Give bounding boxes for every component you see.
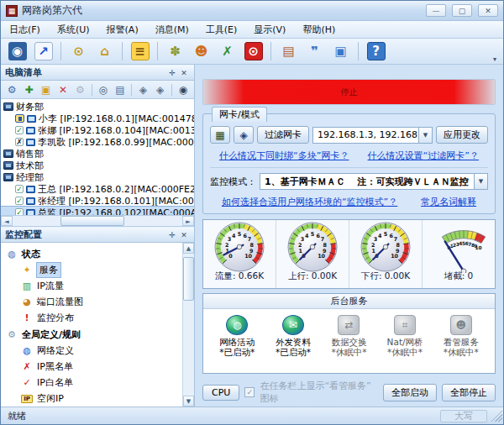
toolbar-button[interactable]: ⌂ — [93, 40, 116, 62]
filter-nic-help-link[interactable]: 什么情况设置“过滤网卡”？ — [368, 150, 479, 162]
monitor-item-row[interactable]: ✦服务 — [1, 262, 182, 278]
checkbox-checked-icon[interactable]: ✓ — [15, 185, 24, 193]
paused-state-icon[interactable] — [15, 114, 24, 123]
scroll-right-icon[interactable]: ► — [182, 216, 194, 226]
tree-group-row[interactable]: 技术部 — [1, 160, 194, 171]
toolbar-button[interactable]: ▤ — [277, 40, 300, 62]
choose-mode-help-link[interactable]: 如何选择合适用户网络环境的“监控模式”？ — [222, 196, 397, 208]
nic-combobox[interactable]: 192.168.1.3, 192.168.0.105 ▼ — [312, 127, 433, 144]
pin-icon[interactable]: ✛ — [166, 69, 178, 77]
computer-row[interactable]: ✓王总 [IP:192.168.0.2][MAC:000FE202036A] — [1, 183, 194, 195]
horizontal-scrollbar[interactable]: ◄ ► — [1, 216, 194, 227]
pin-icon[interactable]: ✛ — [166, 231, 178, 239]
gauge-cell-0: 012345678910流量: 0.66K — [203, 220, 276, 288]
toolbar-button[interactable]: ☻ — [190, 40, 213, 62]
add-computer-icon[interactable]: ✚ — [21, 82, 36, 97]
info-icon[interactable]: ◉ — [176, 82, 191, 97]
find-icon[interactable]: ◎ — [96, 82, 111, 97]
services-header: 后台服务 — [203, 294, 495, 309]
computer-label: 王总 [IP:192.168.0.2][MAC:000FE202036A] — [38, 183, 194, 195]
toolbar-button[interactable]: ≡ — [129, 40, 151, 62]
settings-icon[interactable]: ⚙ — [72, 82, 87, 97]
menu-item-5[interactable]: 显示(V) — [254, 24, 286, 36]
monitor-item-row[interactable]: ✓IP白名单 — [1, 375, 182, 391]
chevron-down-icon[interactable]: ▼ — [418, 128, 432, 143]
toolbar-button[interactable]: ✗ — [216, 40, 239, 62]
glossary-link[interactable]: 常见名词解释 — [421, 196, 476, 208]
toolbar-button[interactable]: ⊙ — [67, 40, 90, 62]
multi-nic-help-link[interactable]: 什么情况下同时绑“多块”网卡？ — [219, 150, 349, 162]
monitor-item-row[interactable]: ▥IP流量 — [1, 278, 182, 294]
start-all-button[interactable]: 全部启动 — [383, 384, 437, 401]
menu-item-6[interactable]: 帮助(H) — [302, 24, 335, 36]
minimize-button[interactable]: — — [426, 4, 446, 17]
tree-group-row[interactable]: 经理部 — [1, 171, 194, 183]
toolbar-button[interactable]: ◉ — [6, 40, 29, 62]
toolbar-overflow-icon[interactable]: ▾ — [493, 55, 498, 64]
computer-row[interactable]: ✗李凯歌 [IP:192.168.0.99][MAC:0003EA840000 — [1, 136, 194, 148]
lock-closed-icon[interactable]: ◈ — [152, 82, 167, 97]
checkbox-checked-icon[interactable]: ✓ — [15, 197, 24, 205]
cpu-button[interactable]: CPU — [202, 385, 239, 401]
resize-grip[interactable] — [491, 410, 502, 422]
monitor-item-row[interactable]: ◍网络定义 — [1, 343, 182, 359]
taskbar-icon-checkbox[interactable]: ✓ — [244, 387, 255, 397]
chevron-down-icon[interactable]: ▼ — [474, 174, 487, 189]
lock-button[interactable]: ◈ — [234, 126, 254, 144]
close-button[interactable]: ✕ — [478, 4, 498, 17]
tree-group-row[interactable]: 财务部 — [1, 101, 194, 113]
toolbar-button[interactable]: ? — [365, 40, 387, 62]
stop-all-button[interactable]: 全部停止 — [442, 384, 496, 401]
checkbox-checked-icon[interactable]: ✓ — [15, 126, 24, 134]
delete-icon[interactable]: ✕ — [55, 82, 71, 97]
tree-group-row[interactable]: 销售部 — [1, 148, 194, 160]
toolbar-button[interactable]: ↗ — [32, 40, 55, 62]
monitor-item-row[interactable]: ◕端口流量图 — [1, 294, 182, 310]
apply-changes-button[interactable]: 应用更改 — [436, 126, 488, 144]
computer-row[interactable]: ✓张经理 [IP:192.168.0.101][MAC:00086A6172D — [1, 195, 194, 207]
toolbar-button[interactable]: ✽ — [164, 40, 186, 62]
service-item[interactable]: ✉外发资料*已启动* — [271, 315, 316, 367]
menu-item-0[interactable]: 日志(F) — [9, 24, 40, 36]
key-config-icon[interactable]: ⚙ — [4, 82, 19, 97]
scroll-up-icon[interactable]: ▲ — [183, 243, 194, 254]
menu-item-2[interactable]: 报警(A) — [107, 24, 139, 36]
close-panel-icon[interactable]: ✕ — [178, 69, 190, 77]
service-item[interactable]: ⌗Nat/网桥*休眠中* — [383, 315, 428, 367]
vscroll-thumb[interactable] — [183, 257, 194, 301]
menu-item-1[interactable]: 系统(U) — [57, 24, 90, 36]
checkbox-checked-icon[interactable]: ✓ — [15, 208, 24, 216]
gauge-label: 堵截: 0 — [444, 270, 474, 282]
computer-row[interactable]: 小李 [IP:192.168.0.1][MAC:00147893AAFE] — [1, 113, 194, 124]
nic-icon-button[interactable]: ▦ — [210, 126, 230, 144]
lock-open-icon[interactable]: ◈ — [135, 82, 150, 97]
checkbox-crossed-icon[interactable]: ✗ — [15, 138, 24, 146]
computer-icon — [26, 209, 35, 217]
service-item[interactable]: ◍网络活动*已启动* — [215, 315, 260, 367]
vertical-scrollbar[interactable]: ▲ ▼ — [182, 243, 194, 407]
hscroll-thumb[interactable] — [60, 216, 125, 226]
menu-item-3[interactable]: 消息(M) — [155, 24, 189, 36]
computer-row[interactable]: ✓总监 [IP:192.168.0.102][MAC:000AE6EDA629] — [1, 207, 194, 216]
scroll-left-icon[interactable]: ◄ — [1, 216, 13, 226]
toolbar-button[interactable]: ⊙ — [242, 40, 265, 62]
toolbar-button[interactable]: ▣ — [329, 40, 352, 62]
toolbar-button[interactable]: ❞ — [303, 40, 326, 62]
monitor-mode-combobox[interactable]: 1、基于网卡ＭＡＣ 注：可实现跨ＶＬＡＮ监控 ▼ — [260, 173, 488, 190]
form-icon[interactable]: ▤ — [113, 82, 128, 97]
menu-item-4[interactable]: 工具(E) — [206, 24, 238, 36]
service-item[interactable]: ⇄数据交换*休眠中* — [327, 315, 371, 367]
service-item[interactable]: ☻看管服务*休眠中* — [438, 315, 483, 367]
add-group-icon[interactable]: ▣ — [39, 82, 54, 97]
maximize-button[interactable]: ▢ — [452, 4, 472, 17]
nat-bridge-icon: ⌗ — [394, 315, 416, 335]
scroll-down-icon[interactable]: ▼ — [183, 396, 194, 407]
filter-nic-button[interactable]: 过滤网卡 — [257, 126, 309, 144]
computer-row[interactable]: ✓张娜 [IP:192.168.0.104][MAC:001321C18AA1] — [1, 124, 194, 136]
tree-section-row[interactable]: ⚙全局定义/规则 — [1, 326, 182, 343]
monitor-item-row[interactable]: !监控分布 — [1, 310, 182, 326]
monitor-item-row[interactable]: ✗IP黑名单 — [1, 359, 182, 375]
monitor-item-row[interactable]: IP空闲IP — [1, 391, 182, 407]
close-panel-icon[interactable]: ✕ — [178, 231, 190, 239]
tree-section-row[interactable]: ◍状态 — [1, 245, 182, 262]
